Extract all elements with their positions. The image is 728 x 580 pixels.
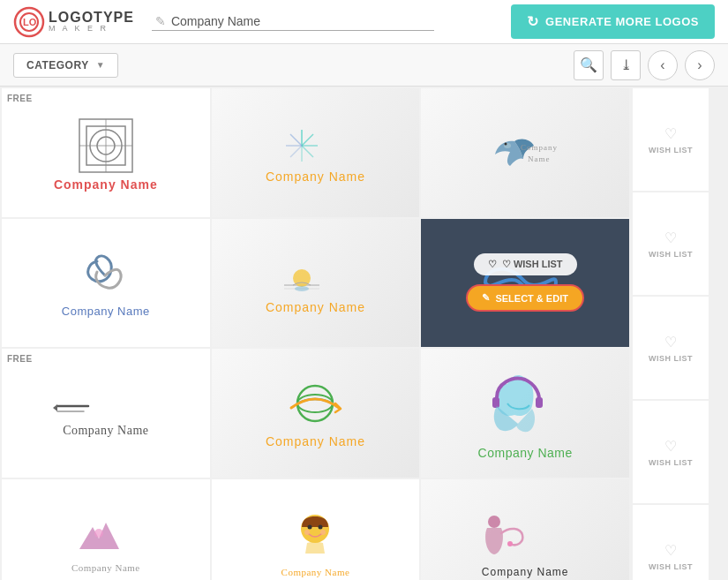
wish-list-overlay-label: ♡ WISH LIST	[502, 259, 563, 270]
company-name-text-5: Company Name	[266, 300, 365, 314]
app-logo-icon: LO	[13, 6, 45, 38]
heart-icon-5: ♡	[664, 542, 677, 559]
svg-line-16	[290, 134, 302, 146]
wishlist-item-3[interactable]: ♡ WISH LIST	[633, 297, 709, 399]
logo-card-5[interactable]: Company Name	[212, 219, 420, 348]
toolbar: CATEGORY ▼ 🔍 ⤓ ‹ ›	[0, 44, 728, 87]
wish-label-1: WISH LIST	[649, 146, 693, 154]
free-badge-7: FREE	[7, 354, 33, 364]
logo-card-8[interactable]: Company Name	[212, 349, 420, 478]
logo-icon-4	[72, 247, 139, 305]
logo-text: LOGOTYPE M A K E R	[49, 11, 134, 33]
svg-point-34	[318, 524, 322, 529]
logo-card-7[interactable]: FREE Company Name	[2, 349, 210, 478]
svg-text:Name: Name	[528, 154, 551, 163]
logomaker-label: M A K E R	[49, 25, 134, 33]
logo-icon-11	[282, 509, 349, 567]
logo-icon-12	[477, 508, 574, 566]
logo-icon-3: Company Name	[481, 128, 569, 177]
wishlist-sidebar: ♡ WISH LIST ♡ WISH LIST ♡ WISH LIST ♡ WI…	[631, 87, 710, 580]
wish-label-3: WISH LIST	[649, 354, 693, 363]
svg-point-38	[507, 541, 513, 546]
logo-card-2[interactable]: Company Name	[212, 88, 420, 217]
svg-text:Company: Company	[521, 143, 558, 152]
logo-card-12[interactable]: Company Name	[421, 479, 629, 581]
company-name-text-1: Company Name	[54, 177, 158, 192]
category-label: CATEGORY	[26, 59, 89, 72]
company-name-text-10: Company Name	[71, 562, 140, 573]
logo-card-9[interactable]: Company Name	[421, 349, 629, 478]
wishlist-item-1[interactable]: ♡ WISH LIST	[633, 88, 709, 191]
wish-label-2: WISH LIST	[649, 250, 693, 259]
svg-point-24	[295, 286, 309, 291]
edit-pencil-icon: ✎	[482, 292, 490, 304]
logotype-label: LOGOTYPE	[49, 11, 134, 25]
logo-icon-1	[74, 114, 138, 177]
svg-point-18	[505, 143, 507, 146]
logo-icon-10	[71, 514, 141, 562]
logo-card-4[interactable]: Company Name	[2, 219, 210, 348]
wish-label-5: WISH LIST	[649, 562, 693, 571]
logo-card-10[interactable]: Company Name	[2, 479, 210, 581]
company-name-text-4: Company Name	[62, 305, 150, 318]
svg-point-31	[94, 529, 103, 538]
company-name-text-12: Company Name	[482, 566, 569, 578]
wish-list-overlay-button[interactable]: ♡ ♡ WISH LIST	[474, 253, 577, 275]
company-name-text-9: Company Name	[478, 446, 573, 460]
logo-card-6[interactable]: ♡ ♡ WISH LIST ✎ SELECT & EDIT	[421, 219, 629, 348]
prev-button[interactable]: ‹	[648, 50, 678, 80]
svg-point-33	[307, 524, 311, 529]
generate-btn-label: GENERATE MORE LOGOS	[545, 15, 699, 28]
logo-area: LO LOGOTYPE M A K E R	[13, 6, 134, 38]
logo-card-3[interactable]: Company Name	[421, 88, 629, 217]
svg-line-12	[302, 146, 313, 157]
svg-line-14	[290, 146, 302, 157]
heart-outline-icon: ♡	[488, 259, 497, 270]
download-button[interactable]: ⤓	[611, 50, 641, 80]
wishlist-item-5[interactable]: ♡ WISH LIST	[633, 505, 709, 580]
wishlist-item-2[interactable]: ♡ WISH LIST	[633, 192, 709, 295]
logo-card-11[interactable]: Company Name	[212, 479, 420, 581]
logo-card-1[interactable]: FREE Company Name	[2, 88, 210, 217]
svg-rect-29	[492, 397, 499, 408]
search-icon: 🔍	[580, 56, 597, 73]
chevron-right-icon: ›	[697, 57, 702, 73]
refresh-icon: ↻	[527, 13, 539, 30]
company-name-input[interactable]	[171, 14, 431, 28]
company-name-text-7: Company Name	[63, 424, 148, 438]
search-button[interactable]: 🔍	[574, 50, 604, 80]
card-6-overlay: ♡ ♡ WISH LIST ✎ SELECT & EDIT	[421, 219, 629, 348]
next-button[interactable]: ›	[685, 50, 715, 80]
logo-icon-8	[282, 377, 349, 434]
company-name-text-2: Company Name	[266, 169, 365, 184]
company-name-text-8: Company Name	[266, 434, 365, 448]
company-name-input-wrap[interactable]: ✎	[152, 12, 434, 31]
select-edit-label: SELECT & EDIT	[495, 293, 568, 304]
wishlist-item-4[interactable]: ♡ WISH LIST	[633, 401, 709, 503]
logo-grid: FREE Company Name	[0, 87, 631, 580]
svg-line-10	[302, 134, 313, 146]
heart-icon-4: ♡	[664, 438, 677, 455]
main-content: FREE Company Name	[0, 87, 728, 580]
heart-icon-2: ♡	[664, 230, 677, 246]
toolbar-right: 🔍 ⤓ ‹ ›	[574, 50, 715, 80]
edit-icon: ✎	[155, 14, 166, 28]
generate-more-logos-button[interactable]: ↻ GENERATE MORE LOGOS	[511, 4, 715, 39]
heart-icon-3: ♡	[664, 334, 677, 350]
chevron-left-icon: ‹	[660, 57, 664, 73]
logo-icon-7	[49, 388, 163, 424]
header: LO LOGOTYPE M A K E R ✎ ↻ GENERATE MORE …	[0, 0, 728, 44]
svg-rect-30	[536, 397, 543, 408]
svg-point-28	[297, 395, 333, 412]
svg-point-37	[488, 516, 500, 528]
logo-icon-9	[481, 366, 569, 446]
svg-text:LO: LO	[23, 17, 37, 27]
heart-icon-1: ♡	[664, 125, 677, 142]
category-dropdown-button[interactable]: CATEGORY ▼	[13, 53, 118, 78]
logo-icon-5	[280, 252, 350, 300]
company-name-text-11: Company Name	[281, 567, 350, 577]
download-icon: ⤓	[620, 56, 632, 73]
select-edit-button[interactable]: ✎ SELECT & EDIT	[466, 284, 584, 312]
free-badge-1: FREE	[7, 94, 33, 103]
wish-label-4: WISH LIST	[649, 458, 693, 467]
